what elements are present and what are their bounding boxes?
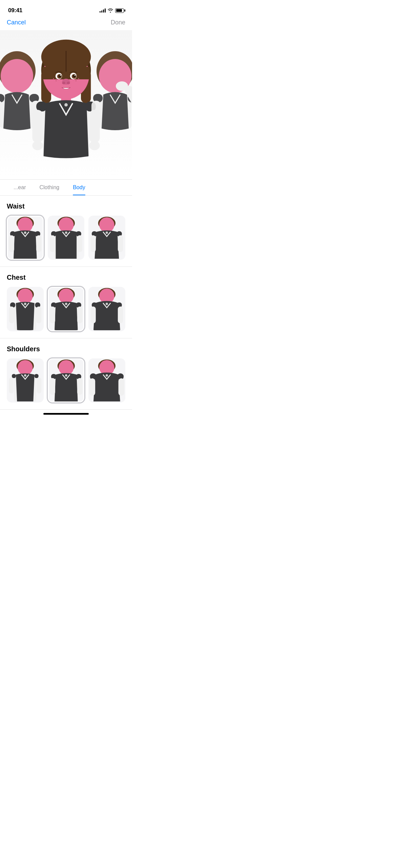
svg-point-97 — [106, 303, 108, 305]
svg-rect-65 — [77, 235, 82, 252]
svg-point-104 — [18, 360, 33, 375]
svg-point-68 — [99, 217, 114, 232]
svg-rect-5 — [0, 101, 3, 128]
waist-option-3[interactable] — [88, 216, 125, 260]
svg-point-124 — [106, 374, 108, 377]
svg-rect-107 — [12, 374, 16, 378]
tab-body[interactable]: Body — [66, 180, 92, 195]
svg-rect-101 — [118, 307, 123, 323]
home-indicator — [0, 410, 132, 417]
chest-option-3[interactable] — [88, 287, 125, 331]
svg-rect-55 — [9, 235, 14, 252]
svg-point-24 — [67, 82, 70, 84]
shoulders-options — [7, 358, 125, 402]
svg-point-113 — [59, 360, 73, 375]
svg-rect-118 — [50, 378, 55, 395]
svg-rect-45 — [91, 101, 101, 128]
waist-option-1[interactable] — [7, 216, 44, 260]
svg-point-33 — [64, 103, 68, 106]
svg-rect-56 — [36, 235, 41, 252]
wifi-icon — [108, 8, 113, 13]
tab-scroll: ...ear Clothing Body — [0, 180, 132, 195]
avatar-side-right — [88, 51, 132, 173]
svg-rect-91 — [50, 307, 55, 323]
chest-section: Chest — [0, 267, 132, 338]
svg-point-115 — [65, 374, 67, 377]
svg-rect-128 — [119, 378, 124, 396]
status-time: 09:41 — [8, 7, 22, 14]
svg-rect-109 — [9, 377, 14, 393]
svg-rect-64 — [50, 235, 55, 252]
shoulders-title: Shoulders — [7, 345, 125, 353]
svg-point-106 — [24, 374, 26, 377]
svg-point-86 — [59, 289, 73, 303]
tab-headwear[interactable]: ...ear — [7, 180, 33, 195]
svg-point-70 — [106, 232, 108, 234]
svg-point-50 — [18, 217, 33, 232]
chest-title: Chest — [7, 274, 125, 281]
svg-rect-82 — [9, 307, 14, 323]
done-button[interactable]: Done — [111, 19, 125, 26]
svg-point-26 — [53, 78, 54, 79]
battery-icon — [115, 8, 124, 13]
status-icons — [100, 8, 124, 13]
svg-rect-108 — [35, 374, 39, 378]
waist-section: Waist — [0, 196, 132, 267]
svg-rect-100 — [91, 307, 96, 323]
svg-point-38 — [32, 141, 43, 150]
shoulders-option-3[interactable] — [88, 358, 125, 402]
waist-title: Waist — [7, 202, 125, 210]
shoulders-section: Shoulders — [0, 338, 132, 410]
svg-rect-127 — [89, 378, 95, 396]
svg-point-61 — [65, 232, 67, 234]
tab-clothing[interactable]: Clothing — [33, 180, 66, 195]
svg-rect-110 — [37, 377, 42, 393]
svg-rect-83 — [36, 307, 41, 323]
svg-rect-73 — [91, 235, 96, 252]
svg-point-77 — [18, 289, 33, 303]
tab-section: ...ear Clothing Body — [0, 179, 132, 196]
svg-point-28 — [75, 80, 77, 81]
svg-point-59 — [59, 217, 73, 232]
cancel-button[interactable]: Cancel — [7, 19, 26, 26]
shoulders-option-1[interactable] — [7, 358, 44, 402]
waist-option-2[interactable] — [48, 216, 85, 260]
svg-point-30 — [74, 79, 75, 80]
avatar-preview — [0, 30, 132, 179]
status-bar: 09:41 — [0, 0, 132, 16]
chest-option-1[interactable] — [7, 287, 44, 331]
svg-point-23 — [62, 82, 65, 84]
svg-point-79 — [24, 303, 26, 305]
svg-point-29 — [78, 78, 79, 79]
svg-rect-36 — [32, 110, 43, 143]
svg-rect-74 — [118, 235, 123, 252]
svg-rect-119 — [77, 378, 82, 395]
home-bar — [43, 413, 89, 415]
signal-icon — [100, 8, 106, 13]
nav-bar: Cancel Done — [0, 16, 132, 30]
svg-point-20 — [60, 75, 61, 76]
svg-point-47 — [116, 81, 128, 91]
svg-point-27 — [57, 79, 58, 80]
shoulders-option-2[interactable] — [48, 358, 85, 402]
svg-point-25 — [56, 80, 57, 81]
svg-point-21 — [75, 75, 76, 76]
svg-point-52 — [24, 232, 26, 234]
chest-options — [7, 287, 125, 331]
chest-option-2[interactable] — [48, 287, 85, 331]
waist-options — [7, 216, 125, 260]
svg-rect-92 — [77, 307, 82, 323]
svg-point-88 — [65, 303, 67, 305]
